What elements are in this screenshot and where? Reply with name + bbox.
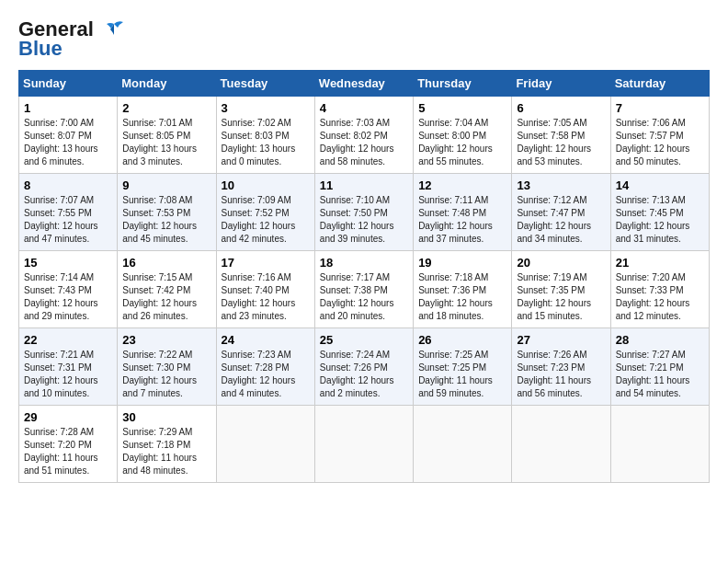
day-number: 20: [517, 256, 605, 270]
day-number: 17: [222, 256, 310, 270]
calendar-cell: 9 Sunrise: 7:08 AMSunset: 7:53 PMDayligh…: [118, 174, 216, 251]
day-info: Sunrise: 7:02 AMSunset: 8:03 PMDaylight:…: [222, 118, 296, 167]
day-info: Sunrise: 7:22 AMSunset: 7:30 PMDaylight:…: [122, 350, 197, 398]
calendar-cell: 13 Sunrise: 7:12 AMSunset: 7:47 PMDaylig…: [512, 174, 610, 251]
day-info: Sunrise: 7:09 AMSunset: 7:52 PMDaylight:…: [222, 195, 296, 244]
day-number: 18: [320, 256, 408, 270]
day-number: 4: [320, 101, 408, 115]
calendar-cell: [216, 406, 314, 483]
calendar-cell: 22 Sunrise: 7:21 AMSunset: 7:31 PMDaylig…: [19, 328, 118, 406]
day-info: Sunrise: 7:19 AMSunset: 7:35 PMDaylight:…: [517, 272, 591, 321]
calendar-cell: 30 Sunrise: 7:29 AMSunset: 7:18 PMDaylig…: [118, 406, 216, 483]
day-number: 3: [222, 101, 310, 115]
calendar-cell: 6 Sunrise: 7:05 AMSunset: 7:58 PMDayligh…: [512, 97, 610, 174]
calendar-cell: 15 Sunrise: 7:14 AMSunset: 7:43 PMDaylig…: [19, 251, 118, 328]
weekday-header-monday: Monday: [118, 71, 216, 97]
day-number: 16: [122, 256, 210, 270]
day-info: Sunrise: 7:00 AMSunset: 8:07 PMDaylight:…: [24, 118, 98, 167]
day-info: Sunrise: 7:07 AMSunset: 7:55 PMDaylight:…: [24, 195, 98, 244]
day-info: Sunrise: 7:29 AMSunset: 7:18 PMDaylight:…: [122, 427, 197, 476]
calendar-cell: 26 Sunrise: 7:25 AMSunset: 7:25 PMDaylig…: [414, 328, 512, 406]
weekday-header-tuesday: Tuesday: [216, 71, 314, 97]
day-info: Sunrise: 7:20 AMSunset: 7:33 PMDaylight:…: [616, 272, 690, 321]
calendar-cell: 29 Sunrise: 7:28 AMSunset: 7:20 PMDaylig…: [19, 406, 118, 483]
day-number: 29: [24, 410, 112, 424]
day-number: 23: [122, 333, 210, 347]
day-info: Sunrise: 7:26 AMSunset: 7:23 PMDaylight:…: [517, 350, 591, 398]
day-info: Sunrise: 7:27 AMSunset: 7:21 PMDaylight:…: [616, 350, 690, 398]
calendar-cell: 5 Sunrise: 7:04 AMSunset: 8:00 PMDayligh…: [414, 97, 512, 174]
day-info: Sunrise: 7:05 AMSunset: 7:58 PMDaylight:…: [517, 118, 591, 167]
day-number: 7: [616, 101, 704, 115]
day-number: 12: [418, 178, 506, 192]
calendar-week-3: 15 Sunrise: 7:14 AMSunset: 7:43 PMDaylig…: [19, 251, 710, 328]
day-info: Sunrise: 7:12 AMSunset: 7:47 PMDaylight:…: [517, 195, 591, 244]
calendar-cell: 8 Sunrise: 7:07 AMSunset: 7:55 PMDayligh…: [19, 174, 118, 251]
day-number: 9: [122, 178, 210, 192]
calendar-cell: 10 Sunrise: 7:09 AMSunset: 7:52 PMDaylig…: [216, 174, 314, 251]
calendar-cell: 19 Sunrise: 7:18 AMSunset: 7:36 PMDaylig…: [414, 251, 512, 328]
calendar-cell: 17 Sunrise: 7:16 AMSunset: 7:40 PMDaylig…: [216, 251, 314, 328]
calendar-cell: 4 Sunrise: 7:03 AMSunset: 8:02 PMDayligh…: [314, 97, 413, 174]
day-number: 8: [24, 178, 112, 192]
day-info: Sunrise: 7:24 AMSunset: 7:26 PMDaylight:…: [320, 350, 394, 398]
day-info: Sunrise: 7:08 AMSunset: 7:53 PMDaylight:…: [122, 195, 197, 244]
day-number: 15: [24, 256, 112, 270]
day-info: Sunrise: 7:18 AMSunset: 7:36 PMDaylight:…: [418, 272, 493, 321]
calendar-cell: 18 Sunrise: 7:17 AMSunset: 7:38 PMDaylig…: [314, 251, 413, 328]
day-info: Sunrise: 7:06 AMSunset: 7:57 PMDaylight:…: [616, 118, 690, 167]
logo: General Blue: [18, 18, 127, 61]
day-info: Sunrise: 7:23 AMSunset: 7:28 PMDaylight:…: [222, 350, 296, 398]
weekday-header-thursday: Thursday: [414, 71, 512, 97]
calendar-cell: 7 Sunrise: 7:06 AMSunset: 7:57 PMDayligh…: [610, 97, 709, 174]
calendar-cell: 21 Sunrise: 7:20 AMSunset: 7:33 PMDaylig…: [610, 251, 709, 328]
day-info: Sunrise: 7:11 AMSunset: 7:48 PMDaylight:…: [418, 195, 493, 244]
logo-blue: Blue: [18, 37, 63, 61]
day-info: Sunrise: 7:21 AMSunset: 7:31 PMDaylight:…: [24, 350, 98, 398]
day-number: 10: [222, 178, 310, 192]
day-number: 1: [24, 101, 112, 115]
calendar-cell: 12 Sunrise: 7:11 AMSunset: 7:48 PMDaylig…: [414, 174, 512, 251]
day-info: Sunrise: 7:14 AMSunset: 7:43 PMDaylight:…: [24, 272, 98, 321]
day-number: 2: [122, 101, 210, 115]
day-number: 27: [517, 333, 605, 347]
calendar-cell: 16 Sunrise: 7:15 AMSunset: 7:42 PMDaylig…: [118, 251, 216, 328]
calendar-week-1: 1 Sunrise: 7:00 AMSunset: 8:07 PMDayligh…: [19, 97, 710, 174]
day-info: Sunrise: 7:17 AMSunset: 7:38 PMDaylight:…: [320, 272, 394, 321]
calendar-cell: 25 Sunrise: 7:24 AMSunset: 7:26 PMDaylig…: [314, 328, 413, 406]
day-number: 13: [517, 178, 605, 192]
calendar-week-5: 29 Sunrise: 7:28 AMSunset: 7:20 PMDaylig…: [19, 406, 710, 483]
calendar-cell: 1 Sunrise: 7:00 AMSunset: 8:07 PMDayligh…: [19, 97, 118, 174]
day-info: Sunrise: 7:15 AMSunset: 7:42 PMDaylight:…: [122, 272, 197, 321]
day-info: Sunrise: 7:03 AMSunset: 8:02 PMDaylight:…: [320, 118, 394, 167]
day-number: 28: [616, 333, 704, 347]
day-number: 24: [222, 333, 310, 347]
day-number: 22: [24, 333, 112, 347]
day-info: Sunrise: 7:28 AMSunset: 7:20 PMDaylight:…: [24, 427, 98, 476]
calendar-cell: 23 Sunrise: 7:22 AMSunset: 7:30 PMDaylig…: [118, 328, 216, 406]
day-info: Sunrise: 7:04 AMSunset: 8:00 PMDaylight:…: [418, 118, 493, 167]
calendar-cell: [414, 406, 512, 483]
calendar-body: 1 Sunrise: 7:00 AMSunset: 8:07 PMDayligh…: [19, 97, 710, 483]
calendar-week-4: 22 Sunrise: 7:21 AMSunset: 7:31 PMDaylig…: [19, 328, 710, 406]
day-info: Sunrise: 7:10 AMSunset: 7:50 PMDaylight:…: [320, 195, 394, 244]
calendar-cell: [610, 406, 709, 483]
weekday-header-saturday: Saturday: [610, 71, 709, 97]
calendar-cell: 2 Sunrise: 7:01 AMSunset: 8:05 PMDayligh…: [118, 97, 216, 174]
logo-bird-icon: [101, 20, 127, 40]
calendar-week-2: 8 Sunrise: 7:07 AMSunset: 7:55 PMDayligh…: [19, 174, 710, 251]
day-number: 21: [616, 256, 704, 270]
calendar-cell: 24 Sunrise: 7:23 AMSunset: 7:28 PMDaylig…: [216, 328, 314, 406]
day-info: Sunrise: 7:25 AMSunset: 7:25 PMDaylight:…: [418, 350, 493, 398]
day-number: 26: [418, 333, 506, 347]
calendar-cell: 3 Sunrise: 7:02 AMSunset: 8:03 PMDayligh…: [216, 97, 314, 174]
day-number: 30: [122, 410, 210, 424]
weekday-header-friday: Friday: [512, 71, 610, 97]
day-info: Sunrise: 7:16 AMSunset: 7:40 PMDaylight:…: [222, 272, 296, 321]
day-number: 6: [517, 101, 605, 115]
day-number: 14: [616, 178, 704, 192]
calendar-cell: 11 Sunrise: 7:10 AMSunset: 7:50 PMDaylig…: [314, 174, 413, 251]
calendar-cell: 28 Sunrise: 7:27 AMSunset: 7:21 PMDaylig…: [610, 328, 709, 406]
day-number: 25: [320, 333, 408, 347]
day-number: 19: [418, 256, 506, 270]
